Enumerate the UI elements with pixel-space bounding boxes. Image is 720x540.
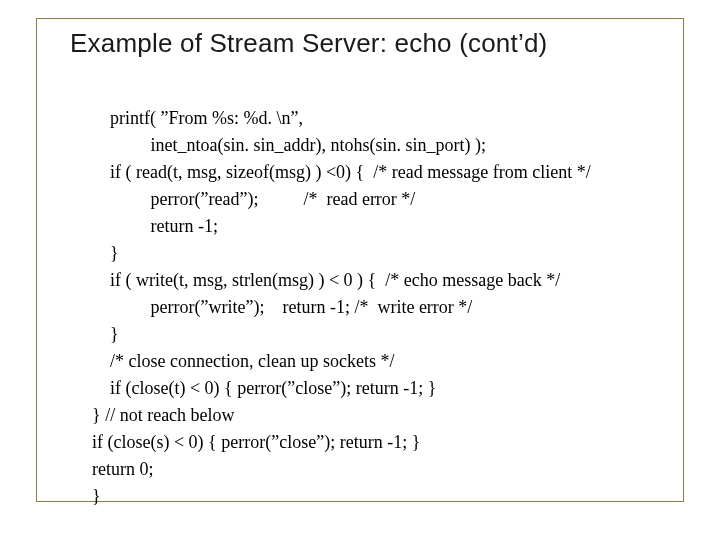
code-line: inet_ntoa(sin. sin_addr), ntohs(sin. sin… — [92, 135, 486, 155]
code-line: if (close(t) < 0) { perror(”close”); ret… — [92, 378, 436, 398]
code-line: perror(”read”); /* read error */ — [92, 189, 415, 209]
code-block: printf( ”From %s: %d. \n”, inet_ntoa(sin… — [92, 78, 660, 510]
code-line: printf( ”From %s: %d. \n”, — [92, 108, 303, 128]
code-line: return -1; — [92, 216, 218, 236]
code-line: if ( read(t, msg, sizeof(msg) ) <0) { /*… — [92, 162, 591, 182]
slide-title: Example of Stream Server: echo (cont’d) — [70, 28, 547, 59]
code-line: } — [92, 243, 119, 263]
code-line: perror(”write”); return -1; /* write err… — [92, 297, 472, 317]
code-line: if (close(s) < 0) { perror(”close”); ret… — [92, 432, 420, 452]
code-line: /* close connection, clean up sockets */ — [92, 351, 394, 371]
code-line: } // not reach below — [92, 405, 235, 425]
code-line: } — [92, 486, 101, 506]
code-line: return 0; — [92, 459, 153, 479]
code-line: } — [92, 324, 119, 344]
code-line: if ( write(t, msg, strlen(msg) ) < 0 ) {… — [92, 270, 560, 290]
